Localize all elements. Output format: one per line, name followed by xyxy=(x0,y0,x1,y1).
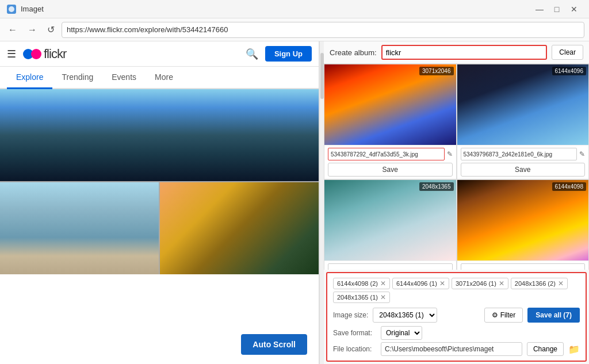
photo-alpaca xyxy=(0,182,159,274)
nav-more[interactable]: More xyxy=(146,67,182,89)
tag-label-1: 6144x4096 (1) xyxy=(396,280,437,287)
thumb-dim-2: 6144x4096 xyxy=(552,67,587,75)
browser-bar: ← → ↺ xyxy=(0,18,589,41)
nav-events[interactable]: Events xyxy=(102,67,146,89)
thumb-image-4: 6144x4098 xyxy=(457,180,589,260)
thumb-dim-3: 2048x1365 xyxy=(419,182,454,191)
create-album-label: Create album: xyxy=(330,48,377,57)
save-all-button[interactable]: Save all (7) xyxy=(527,308,580,323)
app-icon xyxy=(7,5,16,14)
thumb-footer-1: ✎ Save xyxy=(324,145,456,179)
thumbnail-grid: 3071x2046 ✎ Save 6144x4096 xyxy=(324,64,589,270)
maximize-button[interactable]: □ xyxy=(549,3,565,16)
minimize-button[interactable]: — xyxy=(531,3,548,16)
bee-image xyxy=(160,182,319,274)
main-layout: ☰ flickr 🔍 Sign Up Explore Trending Even… xyxy=(0,41,589,364)
tag-label-2: 3071x2046 (1) xyxy=(456,280,496,287)
back-button[interactable]: ← xyxy=(5,22,21,37)
photo-grid xyxy=(0,89,319,274)
thumb-footer-3: Save xyxy=(324,260,456,270)
folder-icon-button[interactable]: 📁 xyxy=(568,344,580,355)
tag-row: 6144x4098 (2) ✕ 6144x4096 (1) ✕ 3071x204… xyxy=(333,278,580,303)
save-format-label: Save format: xyxy=(333,329,376,337)
thumb-filename-row-3 xyxy=(328,263,453,270)
filter-button[interactable]: ⚙ Filter xyxy=(484,308,523,323)
flickr-dots xyxy=(23,49,41,59)
flickr-text: flickr xyxy=(44,47,66,62)
tag-remove-1[interactable]: ✕ xyxy=(439,279,445,288)
flickr-nav: Explore Trending Events More xyxy=(0,67,319,89)
thumb-filename-input-3[interactable] xyxy=(328,263,453,270)
tag-2048x1365: 2048x1365 (1) ✕ xyxy=(333,292,390,303)
nav-trending[interactable]: Trending xyxy=(52,67,102,89)
filter-label-text: Filter xyxy=(500,311,516,319)
file-location-label: File location: xyxy=(333,345,376,353)
tag-6144x4098: 6144x4098 (2) ✕ xyxy=(333,278,390,289)
alpaca-image xyxy=(0,182,159,274)
forward-button[interactable]: → xyxy=(24,22,40,37)
right-header: Create album: Clear xyxy=(324,41,589,64)
save-format-row: Save format: Original JPEG PNG xyxy=(333,326,580,340)
search-icon[interactable]: 🔍 xyxy=(246,48,258,60)
filter-row: Image size: 2048x1365 (1) 6144x4098 (2) … xyxy=(333,308,580,323)
dot-pink xyxy=(31,49,41,59)
file-path-input[interactable] xyxy=(381,342,522,356)
tag-remove-0[interactable]: ✕ xyxy=(380,279,386,288)
close-button[interactable]: ✕ xyxy=(566,3,582,16)
thumb-image-3: 2048x1365 xyxy=(324,180,456,260)
bottom-panel: 6144x4098 (2) ✕ 6144x4096 (1) ✕ 3071x204… xyxy=(326,272,587,362)
clear-button[interactable]: Clear xyxy=(552,45,583,60)
nav-explore[interactable]: Explore xyxy=(7,67,52,89)
tag-2048x1366: 2048x1366 (2) ✕ xyxy=(511,278,568,289)
thumb-footer-4: Save xyxy=(457,260,589,270)
size-select[interactable]: 2048x1365 (1) 6144x4098 (2) 6144x4096 (1… xyxy=(373,308,437,323)
thumb-image-1: 3071x2046 xyxy=(324,64,456,145)
edit-icon-1[interactable]: ✎ xyxy=(447,150,453,158)
address-bar[interactable] xyxy=(62,22,584,38)
hamburger-menu[interactable]: ☰ xyxy=(7,48,16,60)
thumb-filename-row-2: ✎ xyxy=(461,148,586,160)
thumb-dim-1: 3071x2046 xyxy=(419,67,454,75)
tag-3071x2046: 3071x2046 (1) ✕ xyxy=(452,278,508,289)
thumb-filename-input-2[interactable] xyxy=(461,148,577,160)
scroll-divider xyxy=(319,41,324,364)
image-size-label: Image size: xyxy=(333,311,368,319)
format-select[interactable]: Original JPEG PNG xyxy=(381,326,422,340)
thumb-filename-row-4 xyxy=(461,263,586,270)
left-panel: ☰ flickr 🔍 Sign Up Explore Trending Even… xyxy=(0,41,319,364)
reload-button[interactable]: ↺ xyxy=(44,22,58,37)
auto-scroll-button[interactable]: Auto Scroll xyxy=(241,334,307,355)
change-button[interactable]: Change xyxy=(527,342,564,356)
thumb-filename-input-4[interactable] xyxy=(461,263,586,270)
landscape-image xyxy=(0,89,319,181)
thumbnail-4: 6144x4098 Save xyxy=(457,179,590,270)
tag-6144x4096: 6144x4096 (1) ✕ xyxy=(392,278,449,289)
flickr-header: ☰ flickr 🔍 Sign Up xyxy=(0,41,319,67)
album-input[interactable] xyxy=(381,45,548,60)
tag-remove-4[interactable]: ✕ xyxy=(380,293,386,301)
thumbnail-3: 2048x1365 Save xyxy=(324,179,457,270)
photo-bee xyxy=(160,182,319,274)
filter-icon: ⚙ xyxy=(492,311,498,319)
file-location-row: File location: Change 📁 xyxy=(333,342,580,356)
thumbnail-2: 6144x4096 ✎ Save xyxy=(457,64,590,179)
tag-label-0: 6144x4098 (2) xyxy=(337,280,378,287)
save-button-1[interactable]: Save xyxy=(328,163,453,177)
signup-button[interactable]: Sign Up xyxy=(265,46,312,62)
thumbnail-1: 3071x2046 ✎ Save xyxy=(324,64,457,179)
tag-label-3: 2048x1366 (2) xyxy=(515,280,556,287)
auto-scroll-overlay: Auto Scroll xyxy=(241,334,307,355)
thumb-filename-input-1[interactable] xyxy=(328,148,445,160)
flickr-logo: flickr xyxy=(23,47,66,62)
right-panel: Create album: Clear 3071x2046 ✎ Save xyxy=(324,41,589,364)
thumb-filename-row-1: ✎ xyxy=(328,148,453,160)
svg-point-0 xyxy=(9,6,14,12)
tag-remove-3[interactable]: ✕ xyxy=(558,279,564,288)
tag-remove-2[interactable]: ✕ xyxy=(499,279,504,288)
tag-label-4: 2048x1365 (1) xyxy=(337,294,378,301)
edit-icon-2[interactable]: ✎ xyxy=(579,150,585,158)
thumb-image-2: 6144x4096 xyxy=(457,64,589,145)
window-controls: — □ ✕ xyxy=(531,3,582,16)
save-button-2[interactable]: Save xyxy=(461,163,586,177)
app-title: Imaget xyxy=(21,5,44,13)
